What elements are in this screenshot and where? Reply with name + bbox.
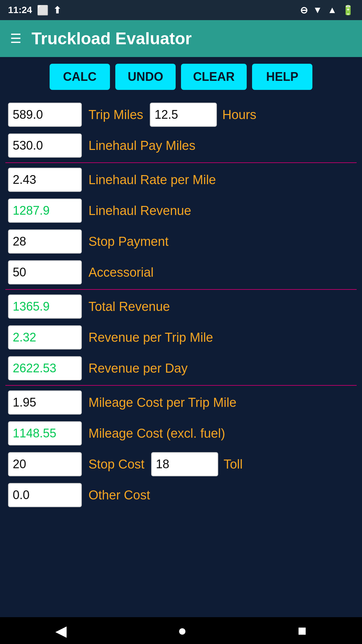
mileage-cost-excl-fuel-row: Mileage Cost (excl. fuel) <box>5 418 357 449</box>
linehaul-rate-label: Linehaul Rate per Mile <box>88 173 354 187</box>
stop-payment-label: Stop Payment <box>88 234 354 249</box>
status-time: 11:24 <box>8 5 32 15</box>
other-cost-row: Other Cost <box>5 480 357 511</box>
back-button[interactable]: ◀ <box>45 619 77 643</box>
mileage-cost-excl-fuel-input[interactable] <box>8 421 82 445</box>
linehaul-pay-miles-row: Linehaul Pay Miles <box>5 130 357 161</box>
nav-bar: ◀ ● ■ <box>0 617 362 644</box>
status-right: ⊖ ▼ ▲ 🔋 <box>300 5 354 16</box>
linehaul-rate-row: Linehaul Rate per Mile <box>5 164 357 195</box>
linehaul-pay-miles-input[interactable] <box>8 133 82 158</box>
app-title: Truckload Evaluator <box>32 29 192 48</box>
linehaul-rate-input[interactable] <box>8 168 82 192</box>
toll-label: Toll <box>224 457 243 472</box>
linehaul-revenue-input[interactable] <box>8 199 82 223</box>
mileage-cost-per-mile-input[interactable] <box>8 390 82 415</box>
status-dnd-icon: ⊖ <box>300 5 308 16</box>
app-header: ☰ Truckload Evaluator <box>0 20 362 57</box>
status-wifi-icon: ▼ <box>313 5 322 15</box>
status-square-icon: ⬜ <box>37 5 49 16</box>
revenue-per-trip-mile-input[interactable] <box>8 325 82 350</box>
linehaul-pay-miles-label: Linehaul Pay Miles <box>88 139 354 153</box>
accessorial-input[interactable] <box>8 260 82 284</box>
menu-icon[interactable]: ☰ <box>10 32 21 45</box>
clear-button[interactable]: CLEAR <box>181 64 247 90</box>
toolbar: CALC UNDO CLEAR HELP <box>5 64 357 90</box>
total-revenue-label: Total Revenue <box>88 300 354 314</box>
other-cost-label: Other Cost <box>88 488 354 502</box>
revenue-per-day-row: Revenue per Day <box>5 353 357 384</box>
hours-label: Hours <box>222 108 256 122</box>
revenue-per-day-input[interactable] <box>8 356 82 380</box>
stop-cost-input[interactable] <box>8 452 82 476</box>
recent-button[interactable]: ■ <box>288 619 317 642</box>
total-revenue-row: Total Revenue <box>5 291 357 322</box>
status-bar: 11:24 ⬜ ⬆ ⊖ ▼ ▲ 🔋 <box>0 0 362 20</box>
accessorial-label: Accessorial <box>88 265 354 280</box>
mileage-cost-excl-fuel-label: Mileage Cost (excl. fuel) <box>88 426 354 441</box>
status-battery-icon: 🔋 <box>342 5 354 16</box>
stop-cost-label: Stop Cost <box>88 457 144 472</box>
stop-payment-input[interactable] <box>8 229 82 254</box>
trip-miles-row: Trip Miles Hours <box>5 99 357 130</box>
linehaul-revenue-label: Linehaul Revenue <box>88 204 354 218</box>
status-left: 11:24 ⬜ ⬆ <box>8 5 61 16</box>
status-upload-icon: ⬆ <box>53 5 61 16</box>
undo-button[interactable]: UNDO <box>115 64 176 90</box>
calc-button[interactable]: CALC <box>50 64 110 90</box>
toll-input[interactable] <box>151 452 218 476</box>
trip-miles-label: Trip Miles <box>88 108 143 122</box>
main-content: CALC UNDO CLEAR HELP Trip Miles Hours Li… <box>0 57 362 617</box>
hours-input[interactable] <box>150 103 217 127</box>
stop-payment-row: Stop Payment <box>5 226 357 257</box>
home-button[interactable]: ● <box>168 619 197 642</box>
status-signal-icon: ▲ <box>327 5 337 15</box>
other-cost-input[interactable] <box>8 483 82 507</box>
mileage-cost-per-mile-label: Mileage Cost per Trip Mile <box>88 395 354 410</box>
linehaul-revenue-row: Linehaul Revenue <box>5 195 357 226</box>
total-revenue-input[interactable] <box>8 294 82 319</box>
mileage-cost-per-mile-row: Mileage Cost per Trip Mile <box>5 387 357 418</box>
revenue-per-trip-mile-row: Revenue per Trip Mile <box>5 322 357 353</box>
revenue-per-day-label: Revenue per Day <box>88 361 354 376</box>
help-button[interactable]: HELP <box>252 64 312 90</box>
revenue-per-trip-mile-label: Revenue per Trip Mile <box>88 330 354 345</box>
accessorial-row: Accessorial <box>5 257 357 288</box>
stop-cost-row: Stop Cost Toll <box>5 449 357 480</box>
trip-miles-input[interactable] <box>8 103 82 127</box>
